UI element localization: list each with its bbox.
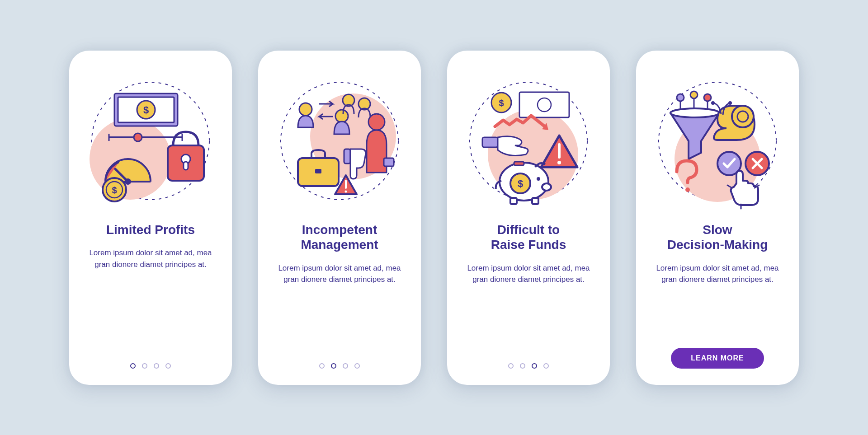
svg-point-57 bbox=[670, 108, 719, 117]
svg-rect-45 bbox=[510, 198, 517, 204]
pagination-dots bbox=[447, 363, 610, 369]
screen-title: Limited Profits bbox=[106, 222, 195, 238]
dot-4[interactable] bbox=[354, 363, 360, 369]
dot-2[interactable] bbox=[331, 363, 336, 369]
svg-point-58 bbox=[732, 106, 754, 127]
pagination-dots bbox=[258, 363, 421, 369]
svg-rect-38 bbox=[482, 137, 498, 147]
screen-title: Incompetent Management bbox=[301, 222, 378, 253]
dot-4[interactable] bbox=[165, 363, 171, 369]
svg-point-64 bbox=[685, 187, 690, 192]
svg-rect-12 bbox=[184, 162, 188, 170]
pagination-dots bbox=[69, 363, 232, 369]
svg-point-61 bbox=[728, 101, 732, 105]
phone-screen-raise-funds: $ $ bbox=[447, 51, 610, 385]
svg-point-53 bbox=[690, 91, 698, 98]
screen-description: Lorem ipsum dolor sit amet ad, mea gran … bbox=[461, 262, 596, 285]
svg-point-24 bbox=[335, 110, 348, 122]
svg-rect-34 bbox=[519, 92, 569, 117]
svg-text:$: $ bbox=[143, 104, 149, 116]
svg-rect-27 bbox=[344, 149, 350, 164]
svg-point-25 bbox=[368, 114, 385, 130]
dot-3[interactable] bbox=[343, 363, 348, 369]
profits-lock-gauge-icon: $ $ bbox=[87, 69, 214, 213]
dot-2[interactable] bbox=[520, 363, 525, 369]
dot-1[interactable] bbox=[319, 363, 325, 369]
svg-rect-29 bbox=[315, 169, 321, 173]
screen-description: Lorem ipsum dolor sit amet ad, mea gran … bbox=[83, 247, 218, 270]
learn-more-button[interactable]: LEARN MORE bbox=[671, 348, 764, 369]
dot-3[interactable] bbox=[154, 363, 159, 369]
funds-piggybank-warning-icon: $ $ bbox=[465, 69, 592, 213]
svg-point-9 bbox=[134, 133, 142, 141]
svg-rect-46 bbox=[532, 198, 538, 204]
svg-point-21 bbox=[299, 103, 312, 116]
svg-rect-26 bbox=[384, 158, 394, 166]
screen-title: Slow Decision-Making bbox=[667, 222, 768, 253]
onboarding-screens-row: $ $ L bbox=[51, 33, 817, 403]
svg-text:$: $ bbox=[499, 98, 504, 108]
screen-description: Lorem ipsum dolor sit amet ad, mea gran … bbox=[272, 262, 407, 285]
svg-point-31 bbox=[345, 190, 347, 192]
svg-point-51 bbox=[677, 94, 684, 101]
svg-point-40 bbox=[557, 161, 561, 164]
svg-point-60 bbox=[711, 101, 715, 105]
screen-title: Difficult to Raise Funds bbox=[491, 222, 566, 253]
svg-point-44 bbox=[542, 183, 551, 191]
dot-1[interactable] bbox=[508, 363, 514, 369]
svg-text:$: $ bbox=[112, 185, 117, 195]
phone-screen-limited-profits: $ $ L bbox=[69, 51, 232, 385]
dot-2[interactable] bbox=[142, 363, 147, 369]
svg-point-55 bbox=[704, 94, 711, 101]
dot-3[interactable] bbox=[532, 363, 537, 369]
screen-description: Lorem ipsum dolor sit amet ad, mea gran … bbox=[650, 262, 785, 285]
svg-text:$: $ bbox=[518, 178, 523, 189]
phone-screen-slow-decision: Slow Decision-Making Lorem ipsum dolor s… bbox=[636, 51, 799, 385]
snail-funnel-choice-icon bbox=[654, 69, 781, 213]
phone-screen-incompetent-management: Incompetent Management Lorem ipsum dolor… bbox=[258, 51, 421, 385]
svg-rect-42 bbox=[514, 162, 524, 165]
dot-4[interactable] bbox=[543, 363, 549, 369]
bottom-action: LEARN MORE bbox=[636, 348, 799, 369]
dot-1[interactable] bbox=[130, 363, 136, 369]
management-people-briefcase-icon bbox=[276, 69, 403, 213]
svg-point-43 bbox=[537, 177, 540, 181]
